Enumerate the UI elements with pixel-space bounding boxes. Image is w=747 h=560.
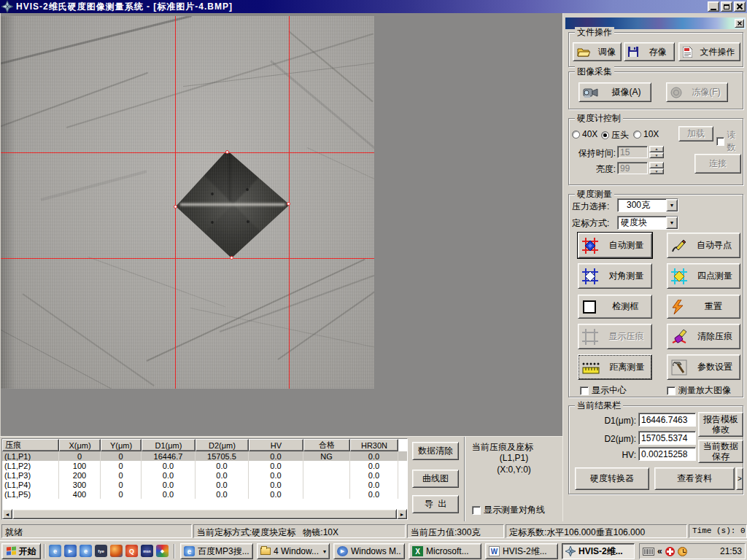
spin-up-icon[interactable]: ▲ [649,146,664,152]
clear-indent-button[interactable]: 清除压痕 [667,324,740,349]
table-row[interactable]: (L1,P4)30000.00.00.00.0 [2,480,407,489]
capture-button[interactable]: 摄像(A) [578,82,651,102]
taskbar-task-hvis[interactable]: HVIS-2维... [562,543,635,559]
vs-icon[interactable]: ◆ [156,545,169,557]
hold-time-spinner[interactable]: ▲▼ [649,146,664,158]
radio-40x[interactable]: 40X [572,129,597,139]
zoom-measure-checkbox[interactable]: 测量放大图像 [667,384,731,397]
sphere-icon[interactable] [110,545,123,557]
brightness-spinner[interactable]: ▲▼ [649,162,664,174]
close-button[interactable] [734,1,746,12]
d2-field[interactable]: 15705.5374 [638,431,696,445]
table-row[interactable]: (L1,P3)20000.00.00.00.0 [2,470,407,480]
minimize-button[interactable] [708,1,719,12]
show-indent-button[interactable]: 显示压痕 [578,324,652,349]
col-header[interactable]: 合格 [303,439,350,451]
ie-doc-icon[interactable]: e [49,545,61,557]
radio-10x[interactable]: 10X [633,129,659,139]
calibration-select[interactable]: 硬度块 ▼ [617,216,678,230]
col-header[interactable]: Y(μm) [101,439,142,451]
scroll-left-icon[interactable]: ◄ [2,509,12,519]
brightness-field[interactable]: 99 [617,162,648,174]
titlebar[interactable]: HVIS-2维氏硬度图像测量系统 - [标准图片-4.BMP] [0,0,747,13]
pressure-select[interactable]: 300克 ▼ [617,198,678,212]
load-button[interactable]: 加载 [678,126,713,141]
col-header[interactable]: D1(μm) [142,439,196,451]
taskbar-task-wmp[interactable]: ▶ Windows M... [333,543,405,559]
scroll-thumb[interactable] [12,509,397,519]
security-shield-icon[interactable] [665,547,675,556]
spin-up-icon[interactable]: ▲ [649,162,664,168]
vertex-marker-top[interactable] [225,150,229,154]
table-row[interactable]: (L1,P5)40000.00.00.00.0 [2,489,407,499]
show-center-checkbox[interactable]: 显示中心 [580,384,627,397]
reset-button[interactable]: 重置 [667,295,740,319]
view-data-button[interactable]: 查看资料 [654,467,735,490]
more-button[interactable]: > [736,467,743,490]
curve-chart-button[interactable]: 曲线图 [412,470,459,488]
taskbar-task-excel[interactable]: X Microsoft... [409,543,481,559]
media-player-icon[interactable]: ▶ [64,545,77,557]
restore-button[interactable] [721,1,732,12]
four-point-measure-button[interactable]: 四点测量 [667,263,740,289]
panel-close-button[interactable] [735,19,744,28]
taskbar-task-baidu[interactable]: e 百度MP3搜... [180,543,253,559]
scroll-right-icon[interactable]: ► [397,509,407,519]
clock-icon[interactable] [678,547,687,556]
distance-measure-button[interactable]: 距离测量 [578,354,652,380]
vertex-marker-right[interactable] [287,202,290,206]
col-header[interactable]: X(μm) [59,439,101,451]
taskbar: 开始 e ▶ e fye Q msn ◆ e 百度MP3搜... 4 Windo… [0,540,747,560]
clear-data-button[interactable]: 数据清除 [412,442,459,460]
radio-indenter[interactable]: 压头 [601,129,629,141]
keyboard-icon[interactable] [643,548,654,556]
col-header[interactable]: HV [249,439,303,451]
chevron-down-icon[interactable]: ▼ [666,217,678,229]
ie-icon[interactable]: e [80,545,92,557]
hold-time-field[interactable]: 15 [617,146,648,158]
open-image-button[interactable]: 调像 [573,42,622,61]
collapse-chevron-icon[interactable]: « [657,546,662,556]
vertex-marker-left[interactable] [174,205,177,209]
table-h-scrollbar[interactable]: ◄ ► [2,509,407,519]
crosshair-h-top[interactable] [1,152,374,153]
file-operations-button[interactable]: 文件操作 [678,42,740,61]
table-row[interactable]: (L1,P1)0016446.715705.50.0NG0.0 [2,451,407,461]
save-image-button[interactable]: 存像 [624,42,675,61]
hardness-converter-button[interactable]: 硬度转换器 [575,467,649,490]
read-checkbox[interactable]: 读数 [716,129,743,154]
col-header[interactable]: HR30N [350,439,398,451]
crosshair-v-right[interactable] [289,16,290,389]
auto-find-button[interactable]: 自动寻点 [667,233,740,258]
fye-icon[interactable]: fye [95,545,107,557]
auto-measure-button[interactable]: 自动测量 [578,233,652,258]
export-button[interactable]: 导 出 [412,495,459,513]
col-header[interactable]: 压痕 [2,439,59,451]
start-button[interactable]: 开始 [1,543,41,559]
freeze-button[interactable]: 冻像(F) [666,82,728,102]
table-header[interactable]: 压痕 X(μm) Y(μm) D1(μm) D2(μm) HV 合格 HR30N [2,439,407,451]
detect-box-button[interactable]: 检测框 [578,295,652,319]
crosshair-v-left[interactable] [175,16,176,389]
tray-clock[interactable]: 21:53 [720,546,742,556]
spin-down-icon[interactable]: ▼ [649,152,664,159]
d1-field[interactable]: 16446.7463 [638,413,696,427]
parameter-settings-button[interactable]: 参数设置 [667,354,740,380]
table-row[interactable]: (L1,P2)10000.00.00.00.0 [2,461,407,470]
chevron-down-icon[interactable]: ▼ [666,199,678,211]
q-app-icon[interactable]: Q [125,545,138,557]
taskbar-task-word[interactable]: W HVIS-2维... [485,543,558,559]
report-template-button[interactable]: 报告模板修改 [698,412,743,437]
show-diagonal-checkbox[interactable]: 显示测量对角线 [472,504,545,516]
vertex-marker-bottom[interactable] [230,256,233,260]
specimen-image[interactable] [1,16,374,389]
spin-down-icon[interactable]: ▼ [649,168,664,175]
taskbar-task-windows-group[interactable]: 4 Window... ▾ [257,543,330,559]
hv-field[interactable]: 0.00215258 [638,447,696,461]
connect-button[interactable]: 连接 [694,154,741,174]
save-current-data-button[interactable]: 当前数据保存 [698,440,743,463]
col-header[interactable]: D2(μm) [196,439,249,451]
msn-icon[interactable]: msn [141,545,153,557]
diagonal-measure-button[interactable]: 对角测量 [578,263,652,289]
crosshair-h-bottom[interactable] [1,258,374,259]
